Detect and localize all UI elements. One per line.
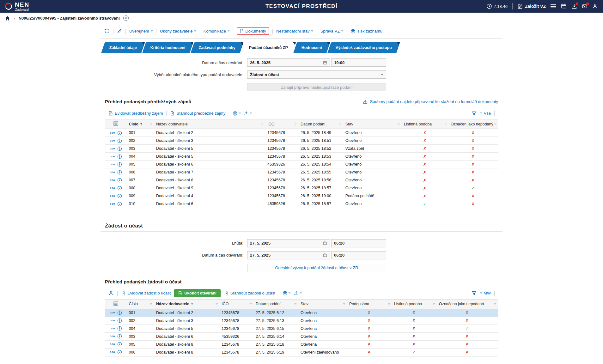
row-info-icon[interactable]: [117, 350, 122, 355]
column-header-5[interactable]: Stav▽: [298, 299, 347, 309]
column-header-5[interactable]: Stav▽: [343, 119, 401, 129]
column-filter-icon[interactable]: ▽: [494, 123, 496, 125]
row-menu-icon[interactable]: [110, 312, 115, 314]
table-row-5[interactable]: 005Dodavatel - školení 64535932626. 5. 2…: [105, 161, 498, 168]
home-icon[interactable]: [5, 16, 10, 21]
row-menu-icon[interactable]: [110, 163, 115, 166]
create-vz-button[interactable]: Založit VZ: [517, 4, 546, 9]
tab-1[interactable]: Základní údaje: [101, 42, 145, 53]
table-row-3[interactable]: 003Dodavatel - školení 51234567826. 5. 2…: [105, 145, 498, 153]
row-info-icon[interactable]: [117, 138, 122, 143]
row-menu-icon[interactable]: [110, 203, 115, 205]
calendar-icon[interactable]: [323, 241, 327, 245]
row-info-icon[interactable]: [117, 162, 122, 167]
menu-uverejneni[interactable]: Uveřejnění▽: [129, 29, 153, 33]
column-header-6[interactable]: Listinná podoba▽: [401, 119, 448, 129]
downloads-icon[interactable]: [571, 3, 577, 9]
view-filter-select[interactable]: ▽ MW: [480, 291, 491, 295]
column-filter-icon[interactable]: ▽: [150, 123, 152, 125]
table-row-1[interactable]: 001Dodavatel - školení 21234567827. 5. 2…: [105, 309, 498, 317]
column-filter-icon[interactable]: ▽: [216, 303, 217, 306]
row-info-icon[interactable]: [117, 202, 122, 206]
view-filter-select[interactable]: ▽ Vše: [480, 111, 491, 116]
tab-2[interactable]: Kritéria hodnocení: [142, 42, 193, 53]
row-info-icon[interactable]: [117, 194, 122, 198]
row-menu-icon[interactable]: [110, 351, 115, 353]
calendar-icon[interactable]: [323, 253, 327, 257]
table-row-8[interactable]: 008Dodavatel - školení 91234567826. 5. 2…: [105, 184, 498, 192]
row-menu-icon[interactable]: [110, 187, 115, 189]
menu-tisk-zaznamu[interactable]: Tisk záznamu: [350, 29, 382, 33]
menu-icon[interactable]: [551, 4, 556, 8]
column-filter-icon[interactable]: ▽: [494, 303, 496, 306]
table-row-7[interactable]: 007Dodavatel - školení 81234567826. 5. 2…: [105, 176, 498, 184]
submission-files-link[interactable]: Soubory podání najdete připravené ke sta…: [363, 99, 498, 104]
export-table-icon[interactable]: ▽: [244, 111, 252, 116]
submission-type-select[interactable]: Žádost o účast: [247, 70, 386, 79]
column-header-2[interactable]: Název dodavatele↑▽: [154, 299, 219, 309]
deadline-time-input[interactable]: 06:20: [331, 239, 386, 247]
row-menu-icon[interactable]: [110, 155, 115, 158]
print-table-icon[interactable]: ▽: [283, 291, 290, 295]
column-config-icon[interactable]: [105, 299, 126, 309]
register-prelim-button[interactable]: Evidovat předběžný zájem: [108, 111, 163, 116]
table-row-2[interactable]: 002Dodavatel - školení 31234567827. 5. 2…: [105, 317, 498, 325]
column-header-4[interactable]: Datum podání▽: [298, 119, 343, 129]
calendar-icon[interactable]: [323, 61, 327, 65]
column-filter-icon[interactable]: ▽: [398, 123, 400, 125]
request-opening-time-input[interactable]: 06:20: [331, 251, 386, 259]
column-header-1[interactable]: Číslo▽: [126, 299, 154, 309]
column-header-1[interactable]: Číslo↑▽: [126, 119, 154, 129]
column-header-6[interactable]: Podepsána▽: [347, 299, 392, 309]
close-record-icon[interactable]: ×: [123, 15, 129, 21]
request-opening-date-input[interactable]: 27. 5. 2025: [247, 251, 330, 259]
opening-date-input[interactable]: 26. 5. 2025: [247, 58, 330, 67]
column-filter-icon[interactable]: ▽: [343, 303, 345, 306]
table-row-4[interactable]: 003Dodavatel - školení 64535932627. 5. 2…: [105, 332, 498, 340]
column-filter-icon[interactable]: ▽: [295, 303, 296, 306]
menu-ukony-zadavatele[interactable]: Úkony zadavatele▽: [160, 29, 196, 33]
row-menu-icon[interactable]: [110, 148, 115, 150]
mail-icon[interactable]: [582, 3, 588, 9]
edit-record-icon[interactable]: [117, 29, 122, 34]
column-filter-icon[interactable]: ▽: [445, 123, 447, 125]
finish-opening-button[interactable]: Ukončit otevírání: [174, 289, 220, 297]
row-info-icon[interactable]: [117, 310, 122, 315]
row-menu-icon[interactable]: [110, 140, 115, 142]
row-info-icon[interactable]: [117, 318, 122, 323]
filter-icon[interactable]: [472, 291, 477, 295]
download-prelim-button[interactable]: Stáhnout předběžné zájmy: [170, 111, 225, 116]
calendar-icon[interactable]: [561, 3, 567, 10]
export-table-icon[interactable]: ▽: [294, 291, 302, 295]
table-row-6[interactable]: 006Dodavatel - školení 71234567826. 5. 2…: [105, 168, 498, 176]
column-config-icon[interactable]: [105, 119, 126, 129]
menu-dokumenty[interactable]: Dokumenty: [237, 27, 269, 35]
opening-time-input[interactable]: 19:00: [331, 58, 386, 67]
row-info-icon[interactable]: [117, 146, 122, 151]
tab-6[interactable]: Výsledek zadávacího postupu: [327, 42, 400, 53]
menu-nestandardni-stav[interactable]: Nestandardní stav▽: [276, 29, 313, 33]
row-menu-icon[interactable]: [110, 171, 115, 173]
column-header-7[interactable]: Označen jako nepodaný▽: [448, 119, 498, 129]
row-info-icon[interactable]: [117, 130, 122, 135]
column-filter-icon[interactable]: ▽: [150, 303, 152, 306]
row-info-icon[interactable]: [117, 186, 122, 191]
table-row-3[interactable]: 004Dodavatel - školení 51234567827. 5. 2…: [105, 325, 498, 332]
menu-sprava-vz[interactable]: Správa VZ▽: [320, 29, 344, 33]
table-row-6[interactable]: 006Dodavatel - školení 81234567827. 5. 2…: [105, 348, 498, 356]
column-header-2[interactable]: Název dodavatele▽: [154, 119, 265, 129]
deadline-date-input[interactable]: 27. 5. 2025: [247, 239, 330, 247]
column-filter-icon[interactable]: ▽: [433, 303, 435, 306]
row-menu-icon[interactable]: [110, 327, 115, 330]
row-info-icon[interactable]: [117, 170, 122, 175]
column-filter-icon[interactable]: ▽: [261, 123, 263, 125]
history-icon[interactable]: [104, 28, 110, 34]
menu-komunikace[interactable]: Komunikace▽: [204, 29, 230, 33]
column-filter-icon[interactable]: ▽: [339, 123, 341, 125]
row-menu-icon[interactable]: [110, 195, 115, 197]
table-row-10[interactable]: 010Dodavatel - školení 64535932626. 5. 2…: [105, 200, 498, 208]
row-info-icon[interactable]: [117, 154, 122, 159]
column-header-3[interactable]: IČO▽: [219, 299, 253, 309]
row-menu-icon[interactable]: [110, 335, 115, 337]
start-next-phase-button[interactable]: Zahájit přípravu následující fáze podání: [247, 83, 386, 91]
